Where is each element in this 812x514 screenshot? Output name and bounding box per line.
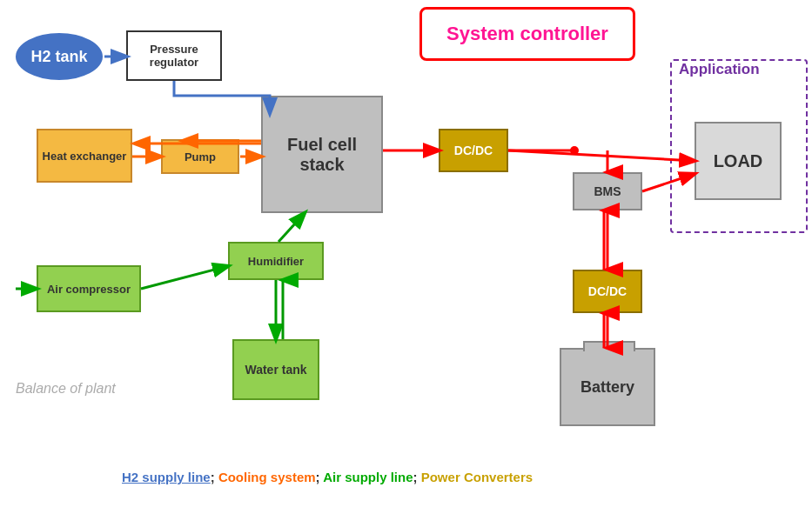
legend: H2 supply line; Cooling system; Air supp… xyxy=(122,470,533,484)
fuel-cell-box: Fuel cell stack xyxy=(261,96,383,213)
svg-line-5 xyxy=(278,213,305,242)
legend-h2: H2 supply line xyxy=(122,470,211,484)
legend-power: Power Converters xyxy=(421,470,533,484)
heat-exchanger-label: Heat exchanger xyxy=(43,150,127,163)
load-label: LOAD xyxy=(714,151,763,171)
battery-bump xyxy=(583,341,635,351)
air-compressor-label: Air compressor xyxy=(47,283,131,296)
humidifier-box: Humidifier xyxy=(228,242,324,280)
bms-box: BMS xyxy=(573,172,642,210)
heat-exchanger-box: Heat exchanger xyxy=(37,129,132,183)
battery-box: Battery xyxy=(560,348,655,426)
pressure-reg-box: Pressure regulator xyxy=(126,30,222,81)
application-label: Application xyxy=(679,61,760,78)
air-compressor-box: Air compressor xyxy=(37,265,141,312)
battery-label: Battery xyxy=(580,378,634,397)
humidifier-label: Humidifier xyxy=(248,255,304,268)
legend-cooling: Cooling system xyxy=(218,470,316,484)
h2tank-box: H2 tank xyxy=(16,33,103,80)
legend-air: Air supply line xyxy=(323,470,413,484)
system-controller-label: System controller xyxy=(446,23,608,45)
dcdc-top-box: DC/DC xyxy=(439,129,508,172)
svg-line-4 xyxy=(141,266,228,289)
pump-label: Pump xyxy=(185,150,216,164)
h2tank-label: H2 tank xyxy=(30,48,87,66)
load-box: LOAD xyxy=(695,122,782,200)
system-controller-box: System controller xyxy=(419,7,635,61)
pressure-reg-label: Pressure regulator xyxy=(128,43,220,69)
dcdc-bottom-box: DC/DC xyxy=(573,270,642,313)
svg-point-19 xyxy=(570,146,579,155)
svg-line-10 xyxy=(508,150,695,161)
dcdc-top-label: DC/DC xyxy=(454,144,493,157)
fuel-cell-label: Fuel cell stack xyxy=(263,135,381,175)
dcdc-bottom-label: DC/DC xyxy=(588,284,627,298)
diagram: Application System controller H2 tank Pr… xyxy=(0,0,812,514)
water-tank-box: Water tank xyxy=(232,339,319,400)
water-tank-label: Water tank xyxy=(245,363,306,377)
pump-box: Pump xyxy=(161,139,239,174)
bms-label: BMS xyxy=(594,184,621,198)
balance-of-plant-label: Balance of plant xyxy=(16,381,116,397)
